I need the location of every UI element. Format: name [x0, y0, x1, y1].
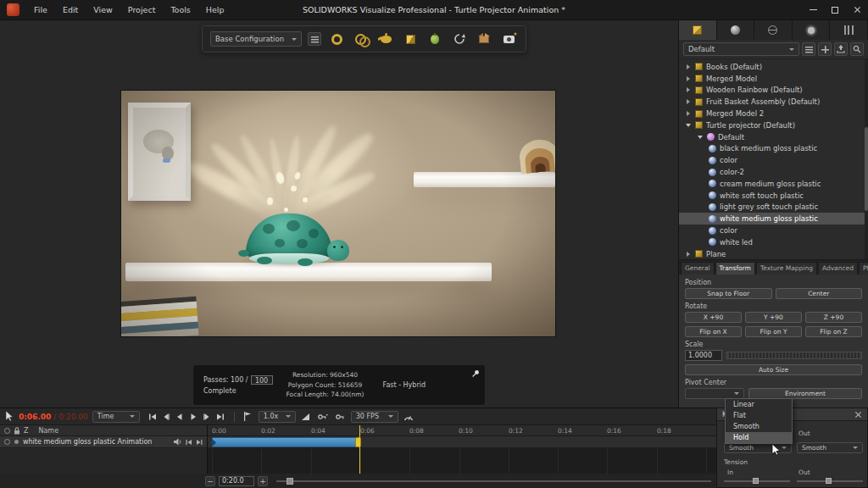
tension-in-slider[interactable] — [724, 480, 790, 482]
snap-to-floor-button[interactable]: Snap to Floor — [685, 288, 772, 299]
keyframe-options-button[interactable] — [334, 411, 347, 423]
model-set-select[interactable]: Default — [683, 42, 799, 56]
passes-total-field[interactable]: 100 — [251, 375, 273, 385]
flip-x-button[interactable]: Flip on X — [685, 326, 742, 337]
minimize-button[interactable] — [802, 0, 824, 20]
viewport[interactable]: Base Configuration — [0, 20, 678, 408]
animation-track-row[interactable]: white medium gloss plastic Animation — [0, 436, 207, 448]
teapot-render-button[interactable] — [376, 30, 395, 48]
speaker-icon[interactable] — [174, 438, 182, 446]
export-button[interactable] — [834, 42, 848, 56]
pear-render-button[interactable] — [426, 30, 444, 48]
flip-y-button[interactable]: Flip on Y — [745, 326, 802, 337]
scrollbar-thumb[interactable] — [865, 127, 868, 211]
record-toggle[interactable] — [4, 439, 10, 445]
time-mode-select[interactable]: Time — [92, 411, 140, 423]
set-list-button[interactable] — [802, 42, 815, 56]
timeline-zoom-slider[interactable] — [276, 480, 711, 482]
tree-item-plane[interactable]: Plane — [679, 248, 868, 259]
play-reverse-button[interactable] — [174, 411, 186, 423]
expand-icon[interactable] — [685, 252, 692, 257]
duration-field[interactable]: 0:20.0 — [219, 476, 254, 486]
add-keyframe-button[interactable] — [317, 411, 330, 423]
pointer-icon[interactable] — [5, 411, 14, 422]
tree-item-books[interactable]: Books (Default) — [679, 61, 868, 73]
zoom-out-button[interactable]: − — [205, 476, 215, 486]
tree-item-material[interactable]: color-2 — [679, 166, 868, 178]
tab-physics[interactable]: Physics — [859, 262, 868, 274]
prev-keyframe-icon[interactable] — [186, 439, 192, 446]
expand-icon[interactable] — [685, 87, 692, 92]
tab-views[interactable] — [830, 20, 868, 40]
tree-item-material[interactable]: white soft touch plastic — [679, 190, 868, 202]
tab-scenes[interactable] — [793, 20, 831, 40]
zoom-slider-handle[interactable] — [287, 478, 293, 485]
cube-render-button[interactable] — [401, 30, 420, 48]
tree-item-merged-model[interactable]: Merged Model — [679, 73, 868, 85]
animation-clip-bar[interactable] — [212, 437, 360, 447]
menu-item-linear[interactable]: Linear — [726, 399, 792, 410]
tab-environments[interactable] — [754, 20, 793, 40]
timeline-settings-button[interactable] — [403, 411, 415, 423]
fps-select[interactable]: 30 FPS — [351, 411, 398, 423]
tab-texture-mapping[interactable]: Texture Mapping — [756, 262, 817, 274]
add-button[interactable] — [818, 42, 832, 56]
menu-file[interactable]: File — [26, 0, 55, 20]
slider-handle[interactable] — [826, 478, 832, 484]
flip-z-button[interactable]: Flip on Z — [805, 326, 862, 337]
render-view[interactable] — [121, 91, 555, 336]
tree-item-material[interactable]: cream medium gloss plastic — [679, 178, 868, 190]
tree-item-material-selected[interactable]: white medium gloss plastic — [679, 213, 868, 225]
menu-item-smooth[interactable]: Smooth — [726, 421, 792, 432]
playhead[interactable] — [359, 425, 360, 474]
rotate-y-button[interactable]: Y +90 — [745, 312, 802, 323]
go-to-end-button[interactable] — [214, 411, 227, 423]
flag-button[interactable] — [242, 411, 254, 423]
close-panel-button[interactable] — [854, 411, 862, 419]
menu-help[interactable]: Help — [198, 0, 232, 20]
tab-appearances[interactable] — [717, 20, 755, 40]
tree-item-material[interactable]: color — [679, 225, 868, 236]
render-camera-button[interactable] — [499, 30, 518, 48]
menu-item-hold[interactable]: Hold — [726, 432, 792, 443]
tree-item-default-group[interactable]: Default — [679, 131, 868, 143]
rotate-z-button[interactable]: Z +90 — [805, 312, 862, 323]
search-button[interactable] — [850, 42, 864, 56]
collapse-icon[interactable] — [697, 136, 704, 139]
tree-item-fruit-basket[interactable]: Fruit Basket Assembly (Default) — [679, 96, 868, 108]
slider-handle[interactable] — [753, 478, 759, 484]
tree-item-merged-model-2[interactable]: Merged Model 2 — [679, 108, 868, 119]
play-button[interactable] — [187, 411, 200, 423]
configuration-list-button[interactable] — [308, 32, 321, 46]
expand-icon[interactable] — [685, 99, 692, 104]
next-frame-button[interactable] — [201, 411, 214, 423]
tree-item-material[interactable]: light grey soft touch plastic — [679, 202, 868, 214]
rotate-x-button[interactable]: X +90 — [685, 312, 742, 323]
expand-icon[interactable] — [685, 64, 692, 69]
expand-icon[interactable] — [685, 111, 692, 116]
menu-project[interactable]: Project — [120, 0, 164, 20]
open-box-button[interactable] — [475, 30, 493, 48]
tension-out-slider[interactable] — [797, 480, 863, 482]
menu-edit[interactable]: Edit — [55, 0, 86, 20]
zoom-in-button[interactable]: + — [258, 476, 268, 486]
expand-icon[interactable] — [685, 76, 692, 81]
torus-render-button[interactable] — [327, 30, 346, 48]
previous-frame-button[interactable] — [160, 411, 173, 423]
playback-speed-select[interactable]: 1.0x — [259, 411, 296, 423]
pin-button[interactable] — [471, 369, 480, 378]
scale-slider[interactable] — [726, 352, 862, 359]
tab-general[interactable]: General — [681, 262, 715, 274]
enable-toggle[interactable] — [14, 440, 19, 444]
tab-transform[interactable]: Transform — [715, 262, 755, 274]
auto-size-button[interactable]: Auto Size — [685, 364, 862, 375]
menu-item-flat[interactable]: Flat — [726, 410, 792, 421]
scale-value-field[interactable]: 1.0000 — [685, 350, 722, 361]
configuration-select[interactable]: Base Configuration — [210, 31, 302, 47]
go-to-start-button[interactable] — [147, 411, 159, 423]
tab-advanced[interactable]: Advanced — [818, 262, 858, 274]
tree-item-wooden-rainbow[interactable]: Wooden Rainbow (Default) — [679, 85, 868, 97]
tree-scrollbar[interactable] — [865, 59, 868, 259]
menu-tools[interactable]: Tools — [163, 0, 198, 20]
next-keyframe-icon[interactable] — [196, 439, 203, 446]
